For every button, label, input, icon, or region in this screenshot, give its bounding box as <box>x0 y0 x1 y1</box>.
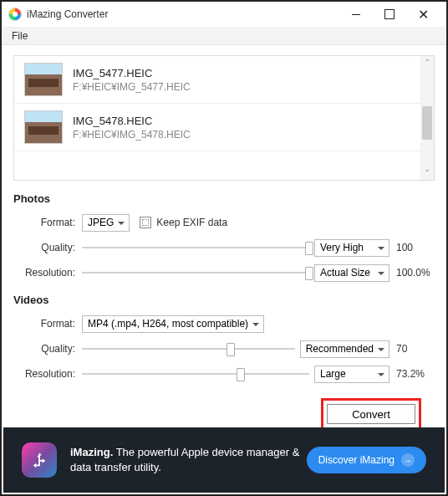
photos-quality-slider[interactable] <box>82 240 309 255</box>
checkbox-icon <box>140 217 151 228</box>
footer-banner: iMazing. The powerful Apple device manag… <box>3 427 445 493</box>
videos-quality-dropdown[interactable]: Recommended <box>300 340 389 358</box>
menu-bar: File <box>2 27 446 45</box>
app-icon <box>8 8 22 21</box>
photos-resolution-slider[interactable] <box>82 265 309 280</box>
file-list-scrollbar[interactable]: ˄ ˅ <box>420 56 434 180</box>
footer-brand: iMazing. <box>70 446 113 458</box>
title-bar: iMazing Converter ✕ <box>2 2 446 27</box>
menu-file[interactable]: File <box>7 28 33 43</box>
minimize-button[interactable] <box>339 3 373 26</box>
footer-text: iMazing. The powerful Apple device manag… <box>70 445 307 475</box>
discover-imazing-button[interactable]: Discover iMazing → <box>307 447 426 473</box>
file-path: F:¥HEIC¥IMG_5477.HEIC <box>73 81 191 93</box>
scroll-down-icon[interactable]: ˅ <box>420 166 434 180</box>
photos-format-dropdown[interactable]: JPEG <box>82 214 130 232</box>
window-title: iMazing Converter <box>27 8 339 20</box>
file-thumbnail <box>24 63 63 96</box>
photos-resolution-dropdown[interactable]: Actual Size <box>314 264 389 282</box>
photos-resolution-label: Resolution: <box>13 267 82 279</box>
videos-quality-label: Quality: <box>13 343 82 355</box>
file-name: IMG_5477.HEIC <box>73 67 191 79</box>
close-button[interactable]: ✕ <box>406 3 440 26</box>
photos-heading: Photos <box>13 192 435 205</box>
videos-resolution-label: Resolution: <box>13 368 82 380</box>
file-thumbnail <box>24 110 63 144</box>
videos-format-dropdown[interactable]: MP4 (.mp4, H264, most compatible) <box>82 315 264 333</box>
file-path: F:¥HEIC¥IMG_5478.HEIC <box>73 129 191 141</box>
videos-heading: Videos <box>13 294 435 306</box>
photos-quality-value: 100 <box>389 242 435 253</box>
photos-quality-dropdown[interactable]: Very High <box>314 239 389 257</box>
file-list: IMG_5477.HEIC F:¥HEIC¥IMG_5477.HEIC IMG_… <box>13 55 435 181</box>
file-name: IMG_5478.HEIC <box>73 115 191 127</box>
imazing-logo-icon <box>22 442 57 478</box>
scroll-thumb[interactable] <box>422 106 432 140</box>
videos-format-label: Format: <box>13 318 82 330</box>
arrow-right-icon: → <box>401 453 415 467</box>
file-list-item[interactable]: IMG_5477.HEIC F:¥HEIC¥IMG_5477.HEIC <box>14 56 434 104</box>
keep-exif-label: Keep EXIF data <box>156 217 227 228</box>
videos-resolution-value: 73.2% <box>389 368 435 380</box>
usb-icon <box>30 451 48 469</box>
videos-resolution-slider[interactable] <box>82 366 309 381</box>
scroll-up-icon[interactable]: ˄ <box>420 56 434 69</box>
videos-quality-slider[interactable] <box>82 341 295 356</box>
maximize-button[interactable] <box>373 3 406 26</box>
convert-highlight: Convert <box>321 398 421 430</box>
photos-format-label: Format: <box>13 217 82 228</box>
photos-quality-label: Quality: <box>13 242 82 253</box>
videos-resolution-dropdown[interactable]: Large <box>314 366 389 383</box>
videos-quality-value: 70 <box>389 343 435 355</box>
keep-exif-checkbox[interactable]: Keep EXIF data <box>140 217 227 228</box>
photos-resolution-value: 100.0% <box>389 267 435 279</box>
convert-button[interactable]: Convert <box>327 404 415 424</box>
file-list-item[interactable]: IMG_5478.HEIC F:¥HEIC¥IMG_5478.HEIC <box>14 104 434 151</box>
